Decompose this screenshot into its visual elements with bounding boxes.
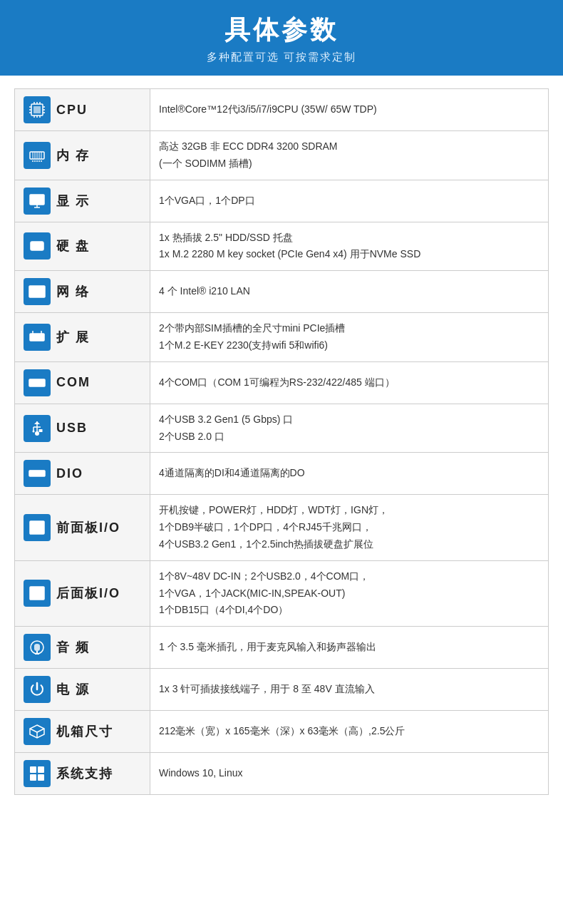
svg-point-28 bbox=[31, 198, 34, 201]
svg-rect-1 bbox=[33, 106, 41, 113]
front-io-icon bbox=[24, 514, 51, 541]
value-cell-hdd: 1x 热插拔 2.5" HDD/SSD 托盘1x M.2 2280 M key … bbox=[150, 222, 549, 271]
label-text-expand: 扩 展 bbox=[56, 329, 90, 346]
svg-rect-81 bbox=[30, 766, 36, 773]
label-text-display: 显 示 bbox=[56, 192, 90, 210]
page-subtitle: 多种配置可选 可按需求定制 bbox=[14, 51, 549, 64]
value-cell-cpu: Intel®Core™12代i3/i5/i7/i9CPU (35W/ 65W T… bbox=[150, 89, 549, 131]
label-cell-network: 网 络 bbox=[15, 271, 150, 313]
label-cell-chassis: 机箱尺寸 bbox=[15, 711, 150, 753]
svg-rect-66 bbox=[41, 472, 43, 475]
label-cell-os: 系统支持 bbox=[15, 753, 150, 795]
display-icon bbox=[24, 188, 51, 215]
svg-line-79 bbox=[37, 729, 44, 732]
table-row: DIO 4通道隔离的DI和4通道隔离的DO bbox=[15, 453, 549, 495]
svg-rect-68 bbox=[32, 523, 42, 527]
memory-icon bbox=[24, 142, 51, 169]
table-row: 机箱尺寸 212毫米（宽）x 165毫米（深）x 63毫米（高）,2.5公斤 bbox=[15, 711, 549, 753]
value-cell-audio: 1 个 3.5 毫米插孔，用于麦克风输入和扬声器输出 bbox=[150, 627, 549, 669]
svg-rect-63 bbox=[31, 472, 33, 475]
label-text-power: 电 源 bbox=[56, 681, 90, 698]
label-cell-cpu: CPU bbox=[15, 89, 150, 131]
label-text-cpu: CPU bbox=[56, 103, 88, 118]
label-cell-usb: USB bbox=[15, 404, 150, 453]
table-row: 显 示 1个VGA口，1个DP口 bbox=[15, 180, 549, 222]
os-icon bbox=[24, 760, 51, 787]
svg-point-52 bbox=[42, 382, 43, 384]
value-cell-usb: 4个USB 3.2 Gen1 (5 Gbps) 口2个USB 2.0 口 bbox=[150, 404, 549, 453]
expand-icon bbox=[24, 324, 51, 351]
label-text-chassis: 机箱尺寸 bbox=[56, 723, 113, 740]
svg-rect-72 bbox=[32, 589, 42, 592]
label-text-com: COM bbox=[56, 375, 91, 390]
label-cell-expand: 扩 展 bbox=[15, 313, 150, 362]
value-cell-chassis: 212毫米（宽）x 165毫米（深）x 63毫米（高）,2.5公斤 bbox=[150, 711, 549, 753]
svg-rect-84 bbox=[38, 774, 44, 781]
label-text-audio: 音 频 bbox=[56, 639, 90, 656]
network-icon bbox=[24, 278, 51, 305]
table-row: 网 络 4 个 Intel® i210 LAN bbox=[15, 271, 549, 313]
table-row: 内 存 高达 32GB 非 ECC DDR4 3200 SDRAM(一个 SOD… bbox=[15, 131, 549, 180]
svg-point-50 bbox=[37, 382, 38, 384]
label-cell-power: 电 源 bbox=[15, 669, 150, 711]
label-text-os: 系统支持 bbox=[56, 765, 113, 782]
value-cell-front-io: 开机按键，POWER灯，HDD灯，WDT灯，IGN灯，1个DB9半破口，1个DP… bbox=[150, 495, 549, 560]
label-text-rear-io: 后面板I/O bbox=[56, 585, 120, 602]
value-cell-dio: 4通道隔离的DI和4通道隔离的DO bbox=[150, 453, 549, 495]
value-cell-display: 1个VGA口，1个DP口 bbox=[150, 180, 549, 222]
label-cell-com: COM bbox=[15, 361, 150, 404]
svg-rect-40 bbox=[30, 334, 44, 341]
table-row: COM 4个COM口（COM 1可编程为RS-232/422/485 端口） bbox=[15, 361, 549, 404]
svg-point-48 bbox=[31, 382, 33, 384]
table-row: 系统支持 Windows 10, Linux bbox=[15, 753, 549, 795]
label-cell-rear-io: 后面板I/O bbox=[15, 560, 150, 626]
svg-point-51 bbox=[40, 382, 41, 384]
svg-rect-59 bbox=[39, 429, 43, 432]
value-cell-expand: 2个带内部SIM插槽的全尺寸mini PCIe插槽1个M.2 E-KEY 223… bbox=[150, 313, 549, 362]
table-row: 音 频 1 个 3.5 毫米插孔，用于麦克风输入和扬声器输出 bbox=[15, 627, 549, 669]
table-container: CPU Intel®Core™12代i3/i5/i7/i9CPU (35W/ 6… bbox=[0, 76, 563, 802]
page-title: 具体参数 bbox=[14, 13, 549, 48]
audio-icon bbox=[24, 634, 51, 661]
usb-icon bbox=[24, 415, 51, 442]
value-cell-com: 4个COM口（COM 1可编程为RS-232/422/485 端口） bbox=[150, 361, 549, 404]
value-cell-memory: 高达 32GB 非 ECC DDR4 3200 SDRAM(一个 SODIMM … bbox=[150, 131, 549, 180]
hdd-icon bbox=[24, 232, 51, 260]
svg-rect-83 bbox=[30, 774, 36, 781]
svg-rect-64 bbox=[34, 472, 36, 475]
label-cell-front-io: 前面板I/O bbox=[15, 495, 150, 560]
page-wrapper: 具体参数 多种配置可选 可按需求定制 CPU Intel®Core™12代i3/… bbox=[0, 0, 563, 924]
label-cell-audio: 音 频 bbox=[15, 627, 150, 669]
svg-rect-65 bbox=[38, 472, 40, 475]
label-cell-display: 显 示 bbox=[15, 180, 150, 222]
label-text-front-io: 前面板I/O bbox=[56, 519, 120, 536]
table-row: 硬 盘 1x 热插拔 2.5" HDD/SSD 托盘1x M.2 2280 M … bbox=[15, 222, 549, 271]
svg-point-49 bbox=[34, 382, 36, 384]
table-row: 前面板I/O 开机按键，POWER灯，HDD灯，WDT灯，IGN灯，1个DB9半… bbox=[15, 495, 549, 560]
value-cell-os: Windows 10, Linux bbox=[150, 753, 549, 795]
label-text-usb: USB bbox=[56, 421, 88, 436]
svg-point-31 bbox=[39, 245, 42, 247]
dio-icon bbox=[24, 460, 51, 487]
chassis-icon bbox=[24, 718, 51, 745]
label-text-dio: DIO bbox=[56, 466, 83, 481]
cpu-icon bbox=[24, 96, 51, 123]
label-text-hdd: 硬 盘 bbox=[56, 237, 90, 255]
value-cell-network: 4 个 Intel® i210 LAN bbox=[150, 271, 549, 313]
svg-point-57 bbox=[33, 430, 35, 432]
com-icon bbox=[24, 369, 51, 396]
power-icon bbox=[24, 676, 51, 703]
label-text-network: 网 络 bbox=[56, 283, 90, 300]
specs-table: CPU Intel®Core™12代i3/i5/i7/i9CPU (35W/ 6… bbox=[14, 88, 549, 795]
label-cell-memory: 内 存 bbox=[15, 131, 150, 180]
label-text-memory: 内 存 bbox=[56, 147, 90, 164]
svg-rect-82 bbox=[38, 766, 44, 773]
label-cell-dio: DIO bbox=[15, 453, 150, 495]
rear-io-icon bbox=[24, 580, 51, 607]
table-row: 电 源 1x 3 针可插拔接线端子，用于 8 至 48V 直流输入 bbox=[15, 669, 549, 711]
svg-rect-29 bbox=[36, 198, 41, 201]
table-row: CPU Intel®Core™12代i3/i5/i7/i9CPU (35W/ 6… bbox=[15, 89, 549, 131]
svg-point-60 bbox=[35, 431, 39, 436]
header: 具体参数 多种配置可选 可按需求定制 bbox=[0, 0, 563, 76]
value-cell-rear-io: 1个8V~48V DC-IN；2个USB2.0，4个COM口，1个VGA，1个J… bbox=[150, 560, 549, 626]
